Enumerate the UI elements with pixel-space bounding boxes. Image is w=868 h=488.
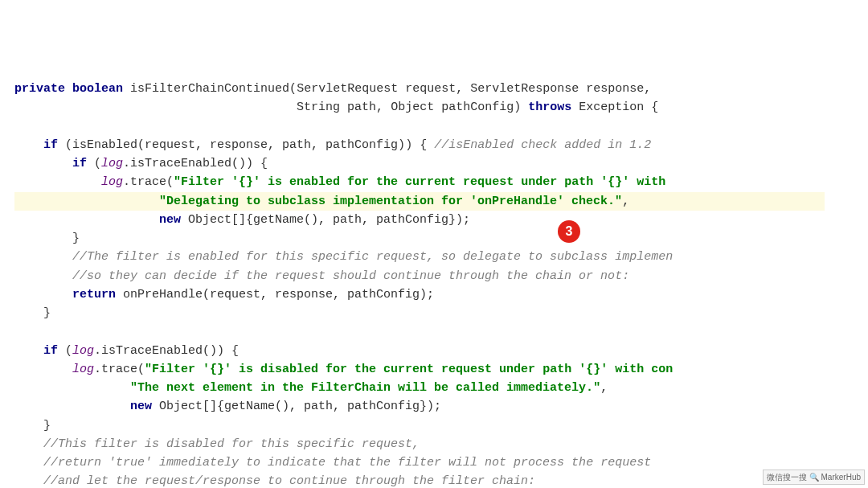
param3-name: path (347, 100, 376, 114)
method-name: isFilterChainContinued (130, 82, 289, 96)
kw-if-2: if (72, 157, 87, 170)
param4-name: pathConfig (441, 100, 514, 114)
call-trace-open-1: .trace( (123, 175, 174, 189)
string-1b: "Delegating to subclass implementation f… (159, 195, 622, 208)
kw-new-2: new (130, 400, 152, 413)
comment-b1-l1: //The filter is enabled for this specifi… (72, 250, 673, 264)
watermark: 微信搜一搜 🔍 MarkerHub (763, 470, 865, 486)
comment-b1-l2: //so they can decide if the request shou… (72, 269, 629, 283)
param1-name: request (405, 82, 456, 96)
kw-new-1: new (159, 213, 181, 227)
param2-name: response (586, 82, 644, 96)
string-2a: "Filter '{}' is disabled for the current… (145, 363, 673, 376)
comment-b2-l1: //This filter is disabled for this speci… (43, 437, 420, 451)
param1-type: ServletRequest (297, 82, 398, 96)
call-trace-enabled-1: .isTraceEnabled() (123, 157, 246, 170)
kw-throws: throws (528, 100, 571, 114)
call-trace-enabled-2: .isTraceEnabled() (94, 344, 217, 358)
annotation-badge-3: 3 (558, 220, 580, 243)
kw-return-1: return (72, 288, 116, 301)
field-log-3: log (72, 344, 94, 358)
kw-if-1: if (43, 138, 58, 152)
kw-if-3: if (43, 344, 58, 358)
field-log-2: log (101, 175, 123, 189)
call-trace-open-2: .trace( (94, 363, 145, 376)
throws-type: Exception (579, 100, 644, 114)
string-1a: "Filter '{}' is enabled for the current … (174, 175, 673, 189)
string-2b: "The next element in the FilterChain wil… (130, 381, 600, 395)
comment-b2-l3: //and let the request/response to contin… (43, 474, 535, 488)
new-obj-array-1: Object[]{getName(), path, pathConfig}); (181, 213, 470, 227)
param3-type: String (297, 100, 340, 114)
field-log-1: log (101, 157, 123, 170)
param2-type: ServletResponse (470, 82, 579, 96)
param4-type: Object (391, 100, 434, 114)
kw-private: private (14, 82, 65, 96)
field-log-4: log (72, 363, 94, 376)
new-obj-array-2: Object[]{getName(), path, pathConfig}); (152, 400, 441, 413)
call-isenabled: isEnabled(request, response, path, pathC… (72, 138, 405, 152)
return-onprehandle: onPreHandle(request, response, pathConfi… (116, 288, 441, 301)
comment-b2-l2: //return 'true' immediately to indicate … (43, 456, 651, 470)
code-block: private boolean isFilterChainContinued(S… (14, 80, 868, 488)
comment-inline-1: //isEnabled check added in 1.2 (434, 138, 651, 152)
kw-boolean: boolean (72, 82, 123, 96)
